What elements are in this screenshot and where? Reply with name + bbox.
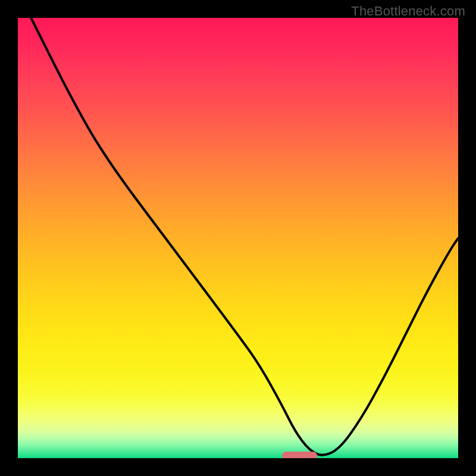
chart-marker-lozenge	[282, 452, 317, 458]
bottleneck-curve-path	[31, 18, 458, 455]
watermark-text: TheBottleneck.com	[351, 4, 465, 19]
chart-plot-area	[18, 18, 458, 458]
chart-curve	[18, 18, 458, 458]
